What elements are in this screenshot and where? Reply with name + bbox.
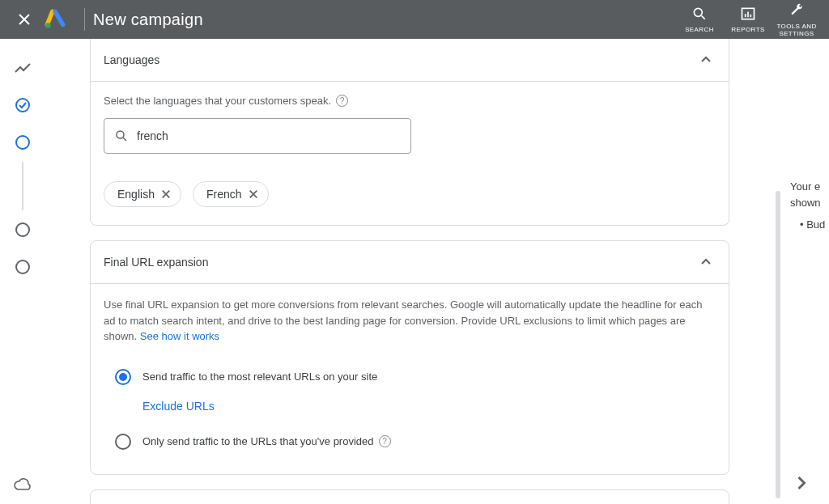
search-icon (691, 6, 708, 24)
search-icon (114, 129, 129, 143)
stepper-step-upcoming-2[interactable] (13, 257, 32, 277)
chip-label: English (117, 188, 155, 201)
language-chip-french[interactable]: French (193, 181, 269, 207)
cloud-sync-icon[interactable] (13, 475, 32, 494)
svg-rect-5 (750, 15, 752, 17)
radio-only-provided-urls[interactable]: Only send traffic to the URLs that you'v… (115, 427, 716, 456)
svg-point-7 (16, 136, 29, 149)
stepper-connector (22, 162, 23, 210)
svg-point-0 (45, 23, 51, 28)
stepper-step-current[interactable] (13, 133, 32, 152)
scrollbar-thumb[interactable] (776, 191, 780, 498)
google-ads-logo (40, 0, 70, 39)
help-icon[interactable]: ? (379, 435, 391, 447)
chevron-up-icon[interactable] (696, 252, 716, 272)
languages-help-text-row: Select the languages that your customers… (104, 95, 716, 107)
svg-point-6 (16, 99, 29, 112)
stepper-step-complete[interactable] (13, 95, 32, 115)
app-header: New campaign SEARCH REPORTS TOOLS AND SE… (0, 0, 829, 39)
remove-chip-icon[interactable] (161, 189, 171, 199)
svg-rect-3 (745, 14, 746, 17)
reports-icon (740, 6, 756, 24)
header-reports-button[interactable]: REPORTS (724, 0, 772, 39)
final-url-card-title: Final URL expansion (104, 256, 208, 269)
stepper-overview-icon[interactable] (13, 58, 32, 78)
language-chips: English French (104, 181, 716, 207)
svg-rect-4 (747, 12, 749, 18)
languages-card: Languages Select the languages that your… (90, 39, 729, 226)
header-search-label: SEARCH (685, 26, 714, 33)
language-search-input[interactable] (137, 129, 401, 142)
svg-point-10 (117, 131, 124, 138)
radio-icon (115, 369, 131, 385)
help-icon[interactable]: ? (336, 95, 348, 107)
url-expansion-radio-group: Send traffic to the most relevant URLs o… (104, 362, 716, 456)
final-url-card-body: Use final URL expansion to get more conv… (91, 284, 729, 474)
header-tools-button[interactable]: TOOLS AND SETTINGS (772, 0, 821, 39)
languages-card-body: Select the languages that your customers… (91, 82, 729, 225)
main-content: Languages Select the languages that your… (45, 39, 776, 504)
right-panel-bullet: • Bud (800, 218, 825, 231)
google-ads-logo-icon (45, 9, 66, 30)
final-url-card-header[interactable]: Final URL expansion (91, 241, 729, 283)
svg-point-8 (16, 223, 29, 236)
final-url-description: Use final URL expansion to get more conv… (104, 297, 716, 345)
languages-help-text: Select the languages that your customers… (104, 95, 331, 107)
header-tools-label: TOOLS AND SETTINGS (776, 23, 816, 37)
close-button[interactable] (8, 0, 40, 39)
exclude-urls-link[interactable]: Exclude URLs (142, 400, 716, 413)
header-divider (84, 8, 85, 31)
languages-card-header[interactable]: Languages (91, 39, 729, 82)
page-title: New campaign (93, 11, 203, 29)
header-search-button[interactable]: SEARCH (675, 0, 724, 39)
right-panel-text: Your e shown (790, 179, 829, 210)
right-estimate-panel: Your e shown • Bud (784, 39, 829, 504)
scrollbar-track (776, 45, 780, 504)
stepper-rail (0, 39, 45, 504)
radio-label: Only send traffic to the URLs that you'v… (142, 435, 374, 447)
radio-icon (115, 434, 131, 450)
more-settings-card: More settings (90, 489, 729, 505)
radio-label-row: Only send traffic to the URLs that you'v… (142, 435, 391, 447)
svg-point-1 (694, 8, 702, 16)
remove-chip-icon[interactable] (249, 189, 258, 199)
chevron-up-icon[interactable] (696, 50, 716, 70)
svg-point-9 (16, 260, 29, 273)
language-chip-english[interactable]: English (104, 181, 181, 207)
header-reports-label: REPORTS (731, 26, 764, 33)
radio-most-relevant-urls[interactable]: Send traffic to the most relevant URLs o… (115, 362, 716, 392)
see-how-it-works-link[interactable]: See how it works (140, 330, 219, 342)
chevron-right-icon (790, 472, 813, 494)
final-url-expansion-card: Final URL expansion Use final URL expans… (90, 240, 729, 475)
close-icon (19, 14, 30, 25)
language-search-box[interactable] (104, 118, 411, 154)
stepper-step-upcoming-1[interactable] (13, 220, 32, 239)
languages-card-title: Languages (104, 53, 159, 66)
radio-label: Send traffic to the most relevant URLs o… (142, 371, 377, 383)
chip-label: French (206, 188, 242, 201)
wrench-icon (789, 2, 805, 21)
more-settings-button[interactable]: More settings (91, 490, 729, 505)
right-panel-expand-button[interactable] (790, 472, 813, 494)
